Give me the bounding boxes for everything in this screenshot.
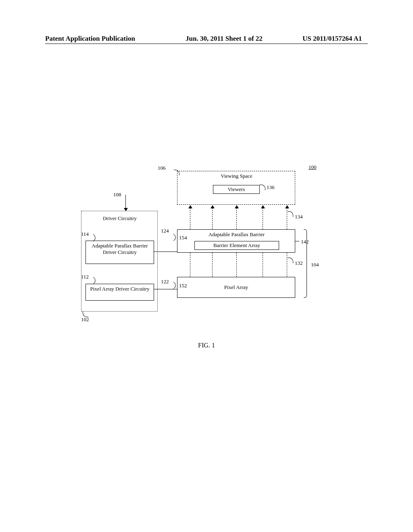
ref-108: 108: [113, 191, 121, 198]
arrowhead-up-icon: [211, 205, 215, 208]
light-arrow: [287, 208, 287, 229]
light-line: [287, 253, 287, 277]
light-line: [263, 253, 263, 277]
ref-136: 136: [267, 184, 275, 191]
ref-122: 122: [161, 278, 169, 285]
arrowhead-up-icon: [261, 205, 265, 208]
ref-100: 100: [309, 164, 317, 170]
ref-142: 142: [301, 239, 309, 245]
pixel-array-box: Pixel Array: [177, 277, 295, 298]
ref-102: 102: [81, 316, 89, 323]
apb-driver-circuitry-box: Adaptable Parallax Barrier Driver Circui…: [86, 241, 154, 264]
ref-154: 154: [179, 235, 187, 241]
header-divider: [45, 44, 368, 44]
arrowhead-up-icon: [235, 205, 239, 208]
ref-152: 152: [179, 283, 187, 289]
ref-134: 134: [295, 214, 303, 220]
pixel-array-driver-circuitry-box: Pixel Array Driver Circuitry: [86, 284, 154, 301]
apb-title: Adaptable Parallax Barrier: [177, 231, 296, 238]
arrowhead-down-icon: [124, 208, 128, 211]
light-arrow: [190, 208, 190, 229]
leader-hook: [288, 211, 293, 217]
ref-114: 114: [81, 231, 89, 237]
driver-circuitry-box: Driver Circuitry Adaptable Parallax Barr…: [81, 211, 158, 312]
ref-106: 106: [158, 165, 166, 171]
ref-104: 104: [311, 262, 319, 268]
leader-line: [295, 241, 299, 241]
figure-1-diagram: Driver Circuitry Adaptable Parallax Barr…: [81, 168, 305, 321]
light-line: [236, 253, 237, 277]
adaptable-parallax-barrier-box: Adaptable Parallax Barrier Barrier Eleme…: [177, 229, 295, 253]
driver-circuitry-title: Driver Circuitry: [81, 215, 158, 222]
header-center: Jun. 30, 2011 Sheet 1 of 22: [186, 35, 263, 43]
light-arrow: [263, 208, 263, 229]
connector-124: [154, 251, 177, 252]
figure-caption: FIG. 1: [0, 342, 413, 349]
ref-112: 112: [81, 274, 89, 280]
light-arrow: [236, 208, 237, 229]
arrowhead-up-icon: [285, 205, 289, 208]
leader-hook: [288, 258, 293, 263]
ref-132: 132: [295, 260, 303, 266]
light-arrow: [212, 208, 213, 229]
header-right: US 2011/0157264 A1: [302, 35, 362, 43]
control-input-line: [125, 195, 126, 208]
viewing-space-title: Viewing Space: [177, 173, 296, 179]
light-line: [190, 253, 190, 277]
light-line: [212, 253, 213, 277]
leader-hook: [169, 281, 177, 289]
leader-hook: [169, 233, 177, 241]
viewers-box: Viewers: [213, 185, 260, 194]
arrowhead-up-icon: [188, 205, 192, 208]
ref-124: 124: [161, 228, 169, 234]
barrier-element-array-box: Barrier Element Array: [194, 241, 279, 250]
header-left: Patent Application Publication: [45, 35, 135, 43]
viewing-space-box: Viewing Space Viewers: [177, 171, 295, 205]
